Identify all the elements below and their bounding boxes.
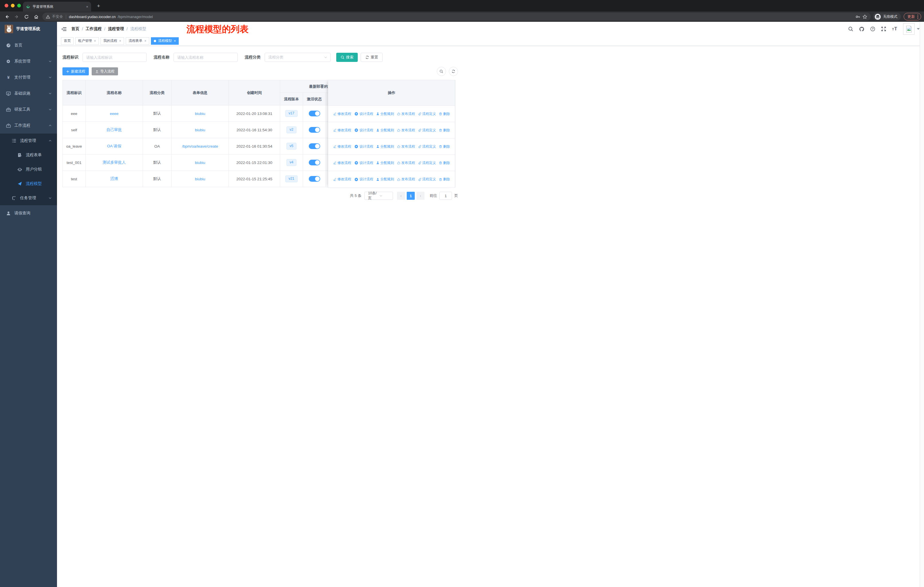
reset-button[interactable]: 重置 <box>361 53 383 62</box>
breadcrumb-item[interactable]: 流程管理 <box>108 26 124 31</box>
sidebar-item-系统管理[interactable]: 系统管理 <box>0 53 57 69</box>
action-流程定义[interactable]: 流程定义 <box>418 111 436 116</box>
active-toggle[interactable] <box>309 160 320 165</box>
process-name-link[interactable]: OA 请假 <box>107 144 121 148</box>
toggle-search-button[interactable] <box>437 67 446 76</box>
action-修改流程[interactable]: 修改流程 <box>333 144 351 149</box>
close-icon[interactable]: × <box>144 39 146 43</box>
sidebar-item-流程模型[interactable]: 流程模型 <box>0 177 57 191</box>
action-修改流程[interactable]: 修改流程 <box>333 177 351 182</box>
tab-close-icon[interactable]: × <box>86 5 88 9</box>
action-修改流程[interactable]: 修改流程 <box>333 111 351 116</box>
sidebar-collapse-icon[interactable] <box>61 26 67 32</box>
action-设计流程[interactable]: 设计流程 <box>354 160 373 165</box>
sidebar-item-流程表单[interactable]: 流程表单 <box>0 148 57 162</box>
app-logo-row[interactable]: 芋道管理系统 <box>0 22 57 36</box>
action-修改流程[interactable]: 修改流程 <box>333 128 351 133</box>
page-size-select[interactable]: 10条/页 <box>364 192 393 200</box>
action-分配规则[interactable]: 分配规则 <box>376 177 394 182</box>
sidebar-item-研发工具[interactable]: 研发工具 <box>0 101 57 117</box>
process-name-link[interactable]: 自己审批 <box>107 127 122 132</box>
process-name-link[interactable]: eeee <box>110 111 118 116</box>
new-tab-button[interactable]: + <box>94 2 102 10</box>
reload-icon[interactable] <box>22 13 30 21</box>
window-controls[interactable] <box>5 4 21 7</box>
filter-id-input[interactable] <box>82 53 147 62</box>
sidebar-item-首页[interactable]: 首页 <box>0 37 57 53</box>
sidebar-item-流程管理[interactable]: 流程管理 <box>0 134 57 148</box>
action-发布流程[interactable]: 发布流程 <box>397 111 415 116</box>
action-删除[interactable]: 删除 <box>439 128 450 133</box>
action-设计流程[interactable]: 设计流程 <box>354 111 373 116</box>
action-分配规则[interactable]: 分配规则 <box>376 144 394 149</box>
sidebar-item-支付管理[interactable]: ¥支付管理 <box>0 69 57 85</box>
action-修改流程[interactable]: 修改流程 <box>333 160 351 165</box>
forward-icon[interactable] <box>13 13 21 21</box>
back-icon[interactable] <box>3 13 11 21</box>
tab-label: 流程模型 <box>158 38 172 43</box>
action-删除[interactable]: 删除 <box>439 144 450 149</box>
breadcrumb-item[interactable]: 工作流程 <box>86 26 102 31</box>
tab-租户管理[interactable]: 租户管理× <box>75 37 99 45</box>
next-page-button[interactable]: › <box>416 192 424 200</box>
form-info-link[interactable]: /bpm/oa/leave/create <box>182 144 218 149</box>
action-删除[interactable]: 删除 <box>439 160 450 165</box>
breadcrumb-item: 流程模型 <box>130 26 146 31</box>
action-删除[interactable]: 删除 <box>439 111 450 116</box>
browser-tab[interactable]: 芋道管理系统 × <box>23 2 91 12</box>
close-icon[interactable]: × <box>174 39 176 43</box>
action-删除[interactable]: 删除 <box>439 177 450 182</box>
form-info-link[interactable]: biubiu <box>195 177 205 181</box>
active-toggle[interactable] <box>309 176 320 182</box>
action-设计流程[interactable]: 设计流程 <box>354 144 373 149</box>
goto-page-input[interactable] <box>439 192 452 200</box>
create-process-button[interactable]: 新建流程 <box>63 67 89 75</box>
action-发布流程[interactable]: 发布流程 <box>397 160 415 165</box>
close-icon[interactable]: × <box>119 39 121 43</box>
refresh-table-button[interactable] <box>449 67 458 76</box>
sidebar-item-用户分组[interactable]: 用户分组 <box>0 162 57 177</box>
tab-首页[interactable]: 首页 <box>61 37 74 45</box>
action-分配规则[interactable]: 分配规则 <box>376 128 394 133</box>
filter-category-select[interactable]: 流程分类 <box>265 53 330 62</box>
action-流程定义[interactable]: 流程定义 <box>418 160 436 165</box>
active-toggle[interactable] <box>309 111 320 116</box>
action-流程定义[interactable]: 流程定义 <box>418 144 436 149</box>
tab-流程模型[interactable]: 流程模型× <box>151 37 179 45</box>
home-icon[interactable] <box>32 13 40 21</box>
search-button[interactable]: 搜索 <box>336 53 358 62</box>
sidebar-item-请假查询[interactable]: 请假查询 <box>0 205 57 221</box>
action-发布流程[interactable]: 发布流程 <box>397 128 415 133</box>
active-toggle[interactable] <box>309 143 320 149</box>
action-流程定义[interactable]: 流程定义 <box>418 177 436 182</box>
sidebar-item-任务管理[interactable]: 任务管理 <box>0 191 57 205</box>
action-流程定义[interactable]: 流程定义 <box>418 128 436 133</box>
form-info-link[interactable]: biubiu <box>195 160 205 165</box>
tab-流程表单[interactable]: 流程表单× <box>126 37 149 45</box>
process-name-link[interactable]: 测试多审批人 <box>102 160 126 165</box>
process-name-link[interactable]: 滔博 <box>110 177 118 181</box>
breadcrumb-item[interactable]: 首页 <box>71 26 79 31</box>
sidebar-item-基础设施[interactable]: 基础设施 <box>0 85 57 101</box>
active-toggle[interactable] <box>309 127 320 133</box>
form-info-link[interactable]: biubiu <box>195 128 205 132</box>
action-发布流程[interactable]: 发布流程 <box>397 177 415 182</box>
filter-name-input[interactable] <box>173 53 238 62</box>
import-process-button[interactable]: 导入流程 <box>92 67 118 75</box>
close-icon[interactable]: × <box>94 39 96 43</box>
action-设计流程[interactable]: 设计流程 <box>354 177 373 182</box>
address-bar[interactable]: 不安全 dashboard.yudao.iocoder.cn/bpm/manag… <box>42 13 462 21</box>
action-发布流程[interactable]: 发布流程 <box>397 144 415 149</box>
maximize-window-button[interactable] <box>17 4 21 7</box>
form-info-link[interactable]: biubiu <box>195 111 205 116</box>
action-分配规则[interactable]: 分配规则 <box>376 111 394 116</box>
action-设计流程[interactable]: 设计流程 <box>354 128 373 133</box>
tab-我的流程[interactable]: 我的流程× <box>101 37 124 45</box>
minimize-window-button[interactable] <box>11 4 15 7</box>
close-window-button[interactable] <box>5 4 8 7</box>
action-分配规则[interactable]: 分配规则 <box>376 160 394 165</box>
trash-icon <box>439 128 442 132</box>
prev-page-button[interactable]: ‹ <box>397 192 405 200</box>
sidebar-item-工作流程[interactable]: 工作流程 <box>0 117 57 134</box>
page-number-1[interactable]: 1 <box>407 192 415 200</box>
